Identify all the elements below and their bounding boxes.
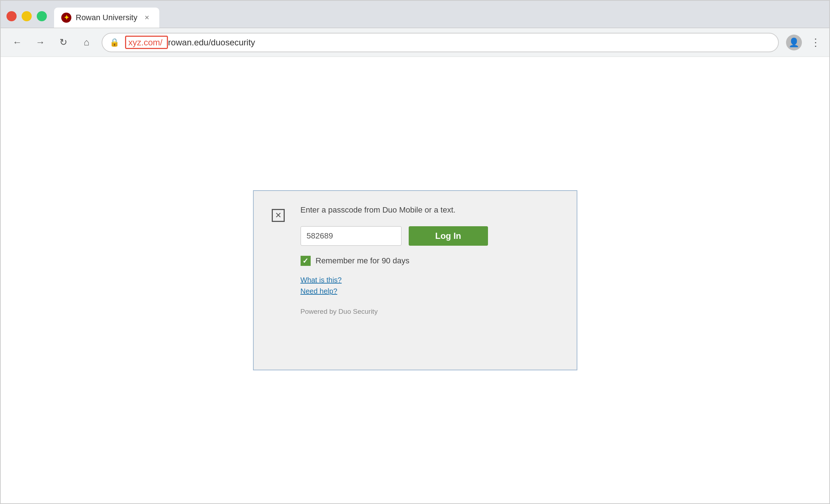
browser-tab[interactable]: ✦ Rowan University × xyxy=(54,8,159,28)
browser-window: ✦ Rowan University × ← → ↻ ⌂ 🔒 xyz.com/ xyxy=(1,1,829,503)
duo-input-row: Log In xyxy=(301,226,559,246)
login-button[interactable]: Log In xyxy=(409,226,488,246)
favicon-symbol: ✦ xyxy=(64,14,69,22)
traffic-lights xyxy=(6,11,47,21)
page-content: ✕ Enter a passcode from Duo Mobile or a … xyxy=(1,57,829,503)
duo-links: What is this? Need help? xyxy=(301,276,559,295)
tab-bar: ✦ Rowan University × xyxy=(1,1,829,28)
profile-symbol: 👤 xyxy=(789,37,799,48)
reload-icon: ↻ xyxy=(59,37,67,48)
address-bar-wrapper: 🔒 xyz.com/ rowan.edu/duosecurity xyxy=(102,33,779,52)
url-highlight: xyz.com/ xyxy=(125,36,168,49)
powered-by-text: Powered by Duo Security xyxy=(301,308,559,316)
cancel-symbol: ✕ xyxy=(275,211,281,220)
tab-title: Rowan University xyxy=(76,13,137,22)
nav-bar: ← → ↻ ⌂ 🔒 xyz.com/ rowan.edu/duosecurity… xyxy=(1,28,829,57)
checkmark-icon: ✓ xyxy=(302,257,309,265)
remember-label: Remember me for 90 days xyxy=(316,256,409,266)
address-bar[interactable]: 🔒 xyz.com/ rowan.edu/duosecurity xyxy=(102,33,779,52)
tab-favicon: ✦ xyxy=(61,13,71,23)
menu-icon[interactable]: ⋮ xyxy=(811,36,821,48)
back-icon: ← xyxy=(13,37,22,48)
home-button[interactable]: ⌂ xyxy=(79,35,94,50)
home-icon: ⌂ xyxy=(84,37,89,48)
url-red-part: xyz.com/ xyxy=(128,37,163,47)
tab-close-button[interactable]: × xyxy=(142,12,152,24)
cancel-icon[interactable]: ✕ xyxy=(272,209,285,222)
need-help-link[interactable]: Need help? xyxy=(301,287,559,295)
duo-right-panel: Enter a passcode from Duo Mobile or a te… xyxy=(290,205,559,355)
duo-prompt-text: Enter a passcode from Duo Mobile or a te… xyxy=(301,205,559,215)
login-label: Log In xyxy=(435,231,461,241)
url-normal-part: rowan.edu/duosecurity xyxy=(168,37,255,47)
back-button[interactable]: ← xyxy=(9,35,25,50)
passcode-input[interactable] xyxy=(301,226,401,246)
maximize-traffic-light[interactable] xyxy=(37,11,47,21)
remember-row: ✓ Remember me for 90 days xyxy=(301,256,559,266)
profile-icon[interactable]: 👤 xyxy=(786,35,802,50)
what-is-this-link[interactable]: What is this? xyxy=(301,276,559,284)
remember-checkbox[interactable]: ✓ xyxy=(301,256,311,266)
reload-button[interactable]: ↻ xyxy=(56,35,71,50)
lock-icon: 🔒 xyxy=(110,38,119,47)
close-traffic-light[interactable] xyxy=(6,11,17,21)
duo-left-panel: ✕ xyxy=(272,205,290,355)
forward-button[interactable]: → xyxy=(32,35,48,50)
minimize-traffic-light[interactable] xyxy=(22,11,32,21)
duo-security-card: ✕ Enter a passcode from Duo Mobile or a … xyxy=(253,190,577,370)
forward-icon: → xyxy=(36,37,45,48)
url-display[interactable]: xyz.com/ rowan.edu/duosecurity xyxy=(125,37,255,48)
